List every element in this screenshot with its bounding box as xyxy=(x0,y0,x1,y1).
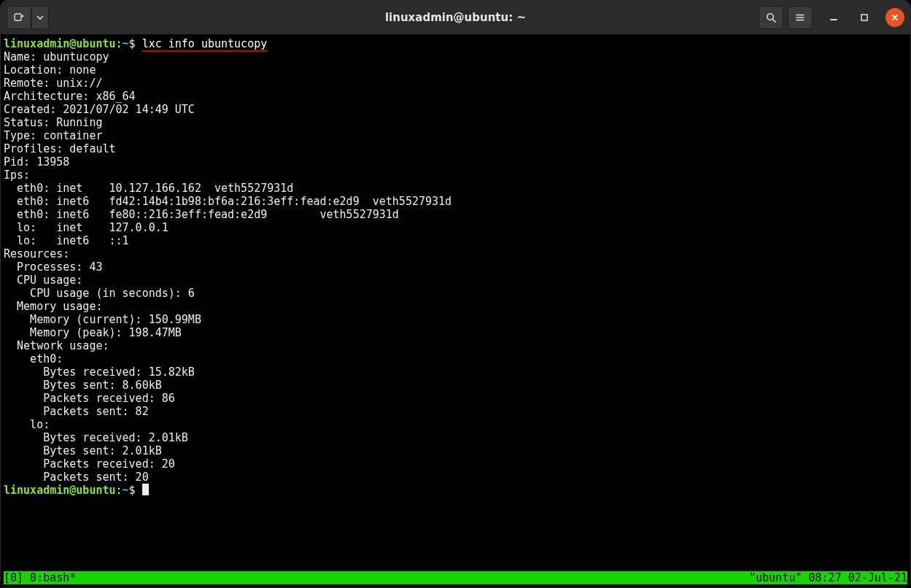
output-line: eth0: inet 10.127.166.162 veth5527931d xyxy=(4,182,293,195)
prompt-path: ~ xyxy=(123,37,129,50)
output-line: Packets sent: 20 xyxy=(4,471,149,484)
output-line: Processes: 43 xyxy=(4,260,102,274)
output-line: lo: inet6 ::1 xyxy=(4,234,129,247)
output-line: lo: xyxy=(4,418,50,431)
maximize-button[interactable] xyxy=(855,8,874,27)
output-line: lo: inet 127.0.0.1 xyxy=(4,221,168,234)
output-line: Memory (current): 150.99MB xyxy=(4,313,201,326)
new-tab-icon xyxy=(13,12,25,23)
prompt-sep: : xyxy=(116,37,123,50)
statusbar-left: [0] 0:bash* xyxy=(4,571,76,584)
minimize-icon xyxy=(829,13,838,22)
terminal-body[interactable]: linuxadmin@ubuntu:~$ lxc info ubuntucopy… xyxy=(1,34,910,587)
svg-rect-0 xyxy=(15,14,21,20)
output-line: Architecture: x86_64 xyxy=(4,90,136,103)
prompt-user-host: linuxadmin@ubuntu xyxy=(4,37,116,50)
hamburger-icon xyxy=(794,12,806,23)
new-tab-button[interactable] xyxy=(7,6,31,29)
hamburger-menu-button[interactable] xyxy=(788,6,813,29)
prompt-symbol: $ xyxy=(129,37,136,50)
search-button[interactable] xyxy=(759,6,783,29)
output-line: Memory usage: xyxy=(4,300,102,313)
output-line: Bytes sent: 2.01kB xyxy=(4,444,162,457)
output-line: Network usage: xyxy=(4,339,109,352)
titlebar-right-group xyxy=(759,6,904,29)
prompt-line-1: linuxadmin@ubuntu:~$ lxc info ubuntucopy xyxy=(4,37,267,50)
statusbar-right: "ubuntu" 08:27 02-Jul-21 xyxy=(749,571,907,584)
titlebar-left-group xyxy=(7,6,49,29)
maximize-icon xyxy=(860,13,869,22)
titlebar: linuxadmin@ubuntu: ~ xyxy=(1,1,910,35)
terminal-window: linuxadmin@ubuntu: ~ xyxy=(0,0,911,588)
svg-rect-2 xyxy=(861,15,867,20)
output-line: Location: none xyxy=(4,63,96,77)
output-line: Profiles: default xyxy=(4,142,116,155)
output-line: Packets received: 20 xyxy=(4,457,175,471)
prompt-user-host: linuxadmin@ubuntu xyxy=(4,484,116,497)
close-icon xyxy=(891,13,899,22)
cursor xyxy=(142,484,149,495)
output-line: Bytes received: 15.82kB xyxy=(4,365,195,379)
output-line: Status: Running xyxy=(4,116,102,129)
output-ips-header: Ips: xyxy=(4,169,30,182)
minimize-button[interactable] xyxy=(824,8,843,27)
output-line: CPU usage (in seconds): 6 xyxy=(4,287,195,300)
prompt-sep: : xyxy=(116,484,123,497)
output-line: Memory (peak): 198.47MB xyxy=(4,326,182,339)
output-line: Name: ubuntucopy xyxy=(4,50,109,63)
output-line: Bytes sent: 8.60kB xyxy=(4,379,162,392)
prompt-symbol: $ xyxy=(129,484,136,497)
command-text: lxc info ubuntucopy xyxy=(142,37,268,50)
output-line: CPU usage: xyxy=(4,274,82,287)
output-line: Type: container xyxy=(4,129,102,142)
output-line: Packets sent: 82 xyxy=(4,405,149,418)
prompt-path: ~ xyxy=(123,484,129,497)
close-button[interactable] xyxy=(885,8,904,27)
prompt-line-2: linuxadmin@ubuntu:~$ xyxy=(4,484,149,497)
output-line: Created: 2021/07/02 14:49 UTC xyxy=(4,103,195,116)
output-line: Bytes received: 2.01kB xyxy=(4,431,188,444)
output-line: Remote: unix:// xyxy=(4,77,102,90)
chevron-down-icon xyxy=(36,14,44,21)
output-line: eth0: inet6 fe80::216:3eff:fead:e2d9 vet… xyxy=(4,208,399,221)
output-line: eth0: xyxy=(4,352,63,365)
search-icon xyxy=(765,12,777,23)
output-resources-header: Resources: xyxy=(4,247,69,260)
output-line: eth0: inet6 fd42:14b4:1b98:bf6a:216:3eff… xyxy=(4,195,451,208)
tmux-statusbar: [0] 0:bash* "ubuntu" 08:27 02-Jul-21 xyxy=(4,571,907,584)
output-line: Packets received: 86 xyxy=(4,392,175,405)
new-tab-dropdown[interactable] xyxy=(31,6,49,29)
output-line: Pid: 13958 xyxy=(4,155,69,169)
